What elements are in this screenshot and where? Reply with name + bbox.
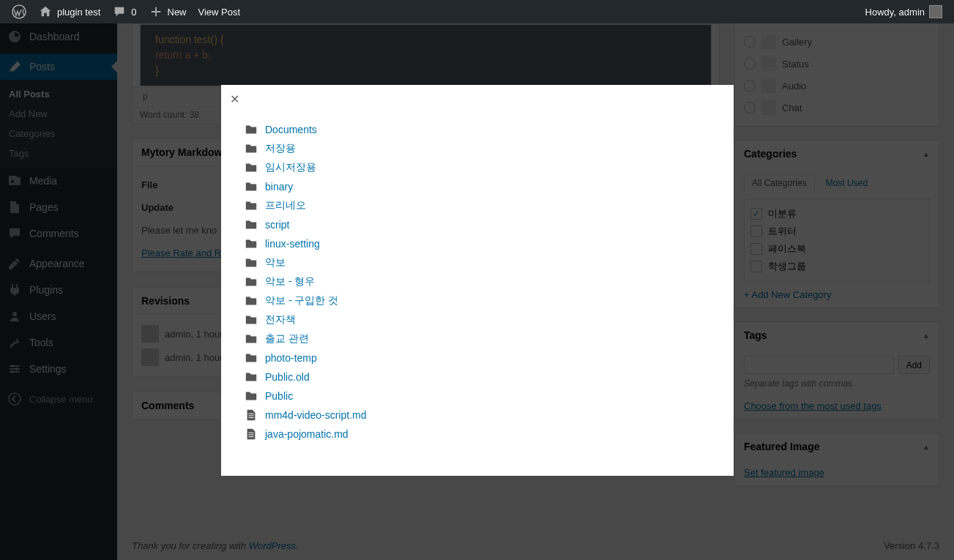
site-name: plugin test	[57, 7, 100, 18]
comments-count: 0	[131, 7, 136, 18]
folder-item[interactable]: linux-setting	[245, 234, 710, 253]
folder-icon	[245, 199, 258, 212]
folder-item[interactable]: photo-temp	[245, 348, 710, 367]
folder-icon	[245, 389, 258, 403]
folder-icon	[245, 161, 258, 174]
wp-logo[interactable]	[6, 0, 32, 23]
file-item[interactable]: mm4d-video-script.md	[245, 406, 710, 425]
folder-item[interactable]: 악보	[245, 253, 710, 272]
folder-item[interactable]: 악보 - 형우	[245, 272, 710, 291]
folder-icon	[245, 123, 258, 136]
file-browser-modal: ✕ Documents저장용임시저장용binary프리네오scriptlinux…	[221, 85, 734, 476]
folder-item[interactable]: Public	[245, 387, 710, 406]
folder-item[interactable]: 프리네오	[245, 196, 710, 215]
folder-icon	[245, 142, 258, 155]
close-icon[interactable]: ✕	[230, 92, 239, 106]
folder-icon	[245, 256, 258, 269]
folder-item[interactable]: 악보 - 구입한 것	[245, 291, 710, 310]
folder-item[interactable]: Public.old	[245, 367, 710, 387]
folder-item[interactable]: script	[245, 215, 710, 234]
comment-icon	[112, 4, 127, 19]
folder-icon	[245, 275, 258, 288]
folder-item[interactable]: Documents	[245, 120, 710, 139]
avatar	[929, 5, 942, 18]
view-post-label: View Post	[198, 7, 241, 18]
folder-item[interactable]: binary	[245, 177, 710, 196]
home-icon	[38, 4, 53, 19]
folder-icon	[245, 180, 258, 193]
plus-icon	[149, 4, 163, 19]
my-account-link[interactable]: Howdy, admin	[860, 0, 948, 23]
file-item[interactable]: java-pojomatic.md	[245, 425, 710, 444]
site-name-link[interactable]: plugin test	[32, 0, 106, 23]
folder-icon	[245, 294, 258, 307]
wordpress-icon	[12, 4, 26, 19]
folder-icon	[245, 313, 258, 326]
new-content-link[interactable]: New	[143, 0, 193, 23]
folder-icon	[245, 351, 258, 365]
file-icon	[245, 428, 258, 441]
folder-item[interactable]: 전자책	[245, 310, 710, 329]
folder-item[interactable]: 출교 관련	[245, 329, 710, 348]
folder-item[interactable]: 임시저장용	[245, 158, 710, 177]
admin-bar: plugin test 0 New View Post Howdy, admin	[0, 0, 954, 23]
view-post-link[interactable]: View Post	[193, 0, 247, 23]
folder-icon	[245, 332, 258, 346]
howdy-text: Howdy, admin	[865, 7, 925, 18]
folder-icon	[245, 370, 258, 384]
new-label: New	[168, 7, 187, 18]
file-icon	[245, 408, 258, 422]
folder-icon	[245, 237, 258, 250]
folder-item[interactable]: 저장용	[245, 139, 710, 158]
file-list: Documents저장용임시저장용binary프리네오scriptlinux-s…	[221, 85, 734, 467]
folder-icon	[245, 218, 258, 231]
comments-link[interactable]: 0	[106, 0, 142, 23]
